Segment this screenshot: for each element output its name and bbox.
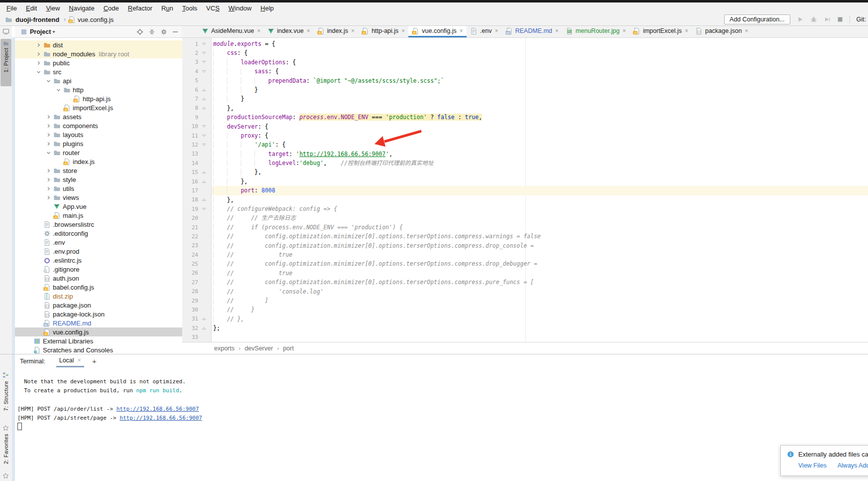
breadcrumb-item[interactable]: exports [214, 345, 235, 352]
editor-tab[interactable]: index.vue× [264, 26, 314, 37]
fold-close-icon[interactable] [198, 106, 209, 110]
code-line[interactable]: // } [212, 305, 868, 314]
tree-item[interactable]: plugins [15, 139, 182, 148]
editor-tab[interactable]: menuRouter.jpg× [562, 26, 629, 37]
chevron-expanded-icon[interactable] [43, 78, 53, 84]
fold-close-icon[interactable] [198, 170, 209, 174]
tree-item[interactable]: JSindex.js [15, 157, 182, 166]
menu-item-run[interactable]: Run [157, 4, 178, 12]
code-editor[interactable]: 1234567891011121314151617181920212223242… [182, 38, 868, 342]
tree-item[interactable]: JSmain.js [15, 211, 182, 220]
chevron-collapsed-icon[interactable] [43, 141, 53, 147]
breadcrumb-item[interactable]: devServer [245, 345, 273, 352]
tree-item[interactable]: JSimportExcel.js [15, 103, 182, 112]
tree-item[interactable]: public [15, 58, 182, 67]
fold-open-icon[interactable] [198, 207, 209, 211]
tree-item[interactable]: .gitignore [15, 265, 182, 274]
tree-item[interactable]: src [15, 67, 182, 76]
menu-item-window[interactable]: Window [224, 4, 256, 12]
menu-item-view[interactable]: View [41, 4, 64, 12]
fold-open-icon[interactable] [198, 124, 209, 129]
chevron-collapsed-icon[interactable] [43, 114, 53, 120]
tree-item[interactable]: .browserslistrc [15, 220, 182, 229]
terminal-link[interactable]: http://192.168.66.56:9007 [120, 415, 202, 421]
code-line[interactable]: devServer: { [212, 122, 868, 131]
tree-item[interactable]: assets [15, 112, 182, 121]
tab-close-icon[interactable]: × [351, 27, 355, 34]
code-line[interactable]: } [212, 85, 868, 94]
tab-close-icon[interactable]: × [460, 27, 463, 34]
tree-item[interactable]: .env.prod [15, 247, 182, 256]
fold-open-icon[interactable] [198, 134, 209, 138]
tree-item[interactable]: JSvue.config.js [15, 327, 182, 336]
tree-item[interactable]: views [15, 193, 182, 202]
code-line[interactable]: // ] [212, 296, 868, 305]
tree-item[interactable]: dist.zip [15, 292, 182, 301]
notification-action-link[interactable]: Always Add [838, 462, 868, 469]
tab-close-icon[interactable]: × [307, 27, 310, 34]
tree-item[interactable]: router [15, 148, 182, 157]
git-widget-label[interactable]: Git: [857, 16, 866, 23]
chevron-collapsed-icon[interactable] [43, 123, 53, 129]
tab-close-icon[interactable]: × [257, 27, 260, 34]
tree-item[interactable]: {}auth.json [15, 274, 182, 283]
tree-item[interactable]: utils [15, 184, 182, 193]
tab-close-icon[interactable]: × [401, 27, 405, 34]
tree-item[interactable]: .env [15, 238, 182, 247]
debug-icon[interactable] [810, 16, 817, 23]
stop-icon[interactable] [837, 16, 843, 22]
breadcrumb-item[interactable]: port [283, 345, 294, 352]
tab-close-icon[interactable]: × [495, 27, 498, 34]
code-line[interactable]: // config.optimization.minimizer[0].opti… [212, 232, 868, 241]
chevron-collapsed-icon[interactable] [43, 186, 53, 191]
chevron-expanded-icon[interactable] [33, 69, 43, 75]
tree-item[interactable]: style [15, 175, 182, 184]
tree-item[interactable]: Scratches and Consoles [15, 345, 182, 354]
tab-close-icon[interactable]: × [685, 27, 688, 34]
editor-tab[interactable]: JSindex.js× [314, 26, 358, 37]
editor-tab[interactable]: JSimportExcel.js× [629, 26, 692, 37]
code-line[interactable]: // if (process.env.NODE_ENV === 'product… [212, 223, 868, 232]
tool-window-button-project[interactable]: 1: Project [0, 39, 11, 86]
menu-item-refactor[interactable]: Refactor [124, 4, 157, 12]
chevron-collapsed-icon[interactable] [33, 60, 43, 66]
code-line[interactable] [212, 333, 868, 342]
tree-item[interactable]: api [15, 76, 182, 85]
code-line[interactable]: // config.optimization.minimizer[0].opti… [212, 259, 868, 268]
code-line[interactable]: // }, [212, 315, 868, 323]
fold-close-icon[interactable] [198, 97, 209, 101]
code-line[interactable]: // configureWebpack: config => { [212, 204, 868, 213]
terminal-tab-local[interactable]: Local × [56, 357, 84, 367]
notification-action-link[interactable]: View Files [798, 462, 827, 469]
code-line[interactable]: sass: { [212, 67, 868, 76]
editor-tab[interactable]: AsideMenu.vue× [198, 26, 264, 37]
favorites-star-icon[interactable] [2, 425, 9, 431]
fold-close-icon[interactable] [198, 179, 209, 184]
project-panel-title[interactable]: Project [30, 28, 51, 35]
hide-panel-icon[interactable] [172, 29, 178, 35]
tree-item[interactable]: .eslintrc.js [15, 256, 182, 265]
menu-item-file[interactable]: File [2, 4, 21, 12]
editor-tab[interactable]: .env× [467, 26, 502, 37]
tab-close-icon[interactable]: × [622, 27, 626, 34]
tool-window-label-favorites[interactable]: 2: Favorites [3, 434, 9, 464]
code-line[interactable]: // // 生产去除日志 [212, 213, 868, 222]
code-line[interactable]: // true [212, 269, 868, 278]
tree-item[interactable]: layouts [15, 130, 182, 139]
tree-item[interactable]: node_moduleslibrary root [15, 49, 182, 58]
code-line[interactable]: target: 'http://192.168.66.56:9007', [212, 150, 868, 159]
structure-icon[interactable] [2, 372, 9, 378]
code-line[interactable]: productionSourceMap: process.env.NODE_EN… [212, 113, 868, 122]
tree-item[interactable]: {}package-lock.json [15, 310, 182, 319]
chevron-down-icon[interactable]: ▾ [52, 29, 55, 34]
fold-close-icon[interactable] [198, 88, 209, 92]
tree-item[interactable]: components [15, 121, 182, 130]
tree-item[interactable]: App.vue [15, 202, 182, 211]
tree-item[interactable]: External Libraries [15, 336, 182, 345]
run-with-coverage-icon[interactable] [824, 16, 831, 23]
menu-item-tools[interactable]: Tools [178, 4, 202, 12]
menu-item-code[interactable]: Code [99, 4, 124, 12]
editor-tab[interactable]: MDREADME.md× [502, 26, 562, 37]
code-line[interactable]: }; [212, 323, 868, 332]
breadcrumb-project[interactable]: duoji-frontend [15, 16, 59, 23]
